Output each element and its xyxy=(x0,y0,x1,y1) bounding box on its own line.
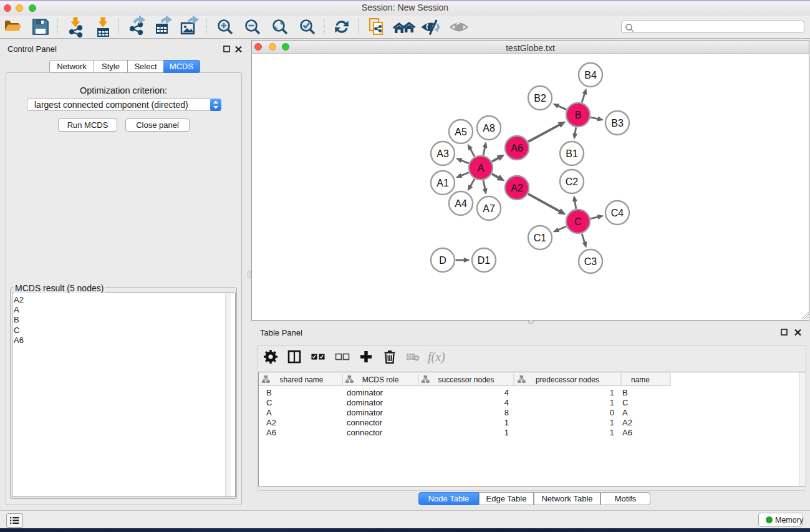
svg-text:A1: A1 xyxy=(436,178,449,188)
svg-text:C2: C2 xyxy=(566,177,579,187)
svg-text:A2: A2 xyxy=(511,183,523,193)
svg-text:B: B xyxy=(575,110,582,120)
svg-text:A5: A5 xyxy=(455,127,467,137)
svg-text:f(x): f(x) xyxy=(428,350,445,364)
svg-text:A3: A3 xyxy=(436,148,449,159)
svg-text:C1: C1 xyxy=(534,233,547,243)
svg-text:B1: B1 xyxy=(566,148,578,159)
svg-text:A6: A6 xyxy=(511,143,523,153)
svg-text:A8: A8 xyxy=(483,123,495,133)
svg-text:B4: B4 xyxy=(584,70,597,80)
svg-text:A7: A7 xyxy=(483,203,495,214)
svg-text:D1: D1 xyxy=(478,255,491,266)
svg-text:D: D xyxy=(439,255,446,266)
svg-text:C: C xyxy=(574,216,582,227)
svg-text:C3: C3 xyxy=(584,256,597,267)
svg-text:A4: A4 xyxy=(455,198,467,209)
svg-text:B2: B2 xyxy=(534,93,546,104)
svg-text:A: A xyxy=(478,163,485,173)
svg-text:C4: C4 xyxy=(611,208,624,218)
svg-text:B3: B3 xyxy=(611,118,624,128)
